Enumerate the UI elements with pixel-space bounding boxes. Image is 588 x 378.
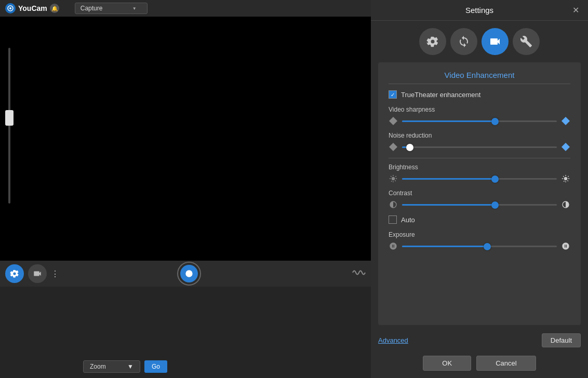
contrast-thumb[interactable] <box>491 201 499 209</box>
left-slider[interactable] <box>4 48 15 245</box>
tab-camera[interactable] <box>419 28 446 55</box>
settings-close-button[interactable]: ✕ <box>569 4 582 17</box>
contrast-min-icon <box>389 200 398 209</box>
svg-point-1 <box>9 7 11 9</box>
brightness-max-icon <box>561 174 570 183</box>
ok-button[interactable]: OK <box>423 356 471 371</box>
svg-marker-6 <box>562 143 570 151</box>
contrast-track[interactable] <box>402 204 557 206</box>
check-icon: ✓ <box>391 92 395 98</box>
video-sharpness-row <box>389 116 570 126</box>
capture-label: Capture <box>81 5 103 12</box>
settings-content: Video Enhancement ✓ TrueTheater enhancem… <box>378 62 581 325</box>
sharpness-min-icon <box>389 116 398 126</box>
video-sharpness-label: Video sharpness <box>389 106 570 113</box>
exposure-section: Exposure <box>389 231 570 251</box>
vertical-slider-thumb[interactable] <box>5 110 14 126</box>
contrast-fill <box>402 204 495 206</box>
app-logo: YouCam 🔔 <box>5 3 59 14</box>
auto-label: Auto <box>401 216 415 224</box>
advanced-button[interactable]: Advanced <box>378 336 408 344</box>
settings-ok-cancel: OK Cancel <box>371 350 588 378</box>
cancel-button[interactable]: Cancel <box>476 356 536 371</box>
brightness-fill <box>402 178 495 180</box>
zoom-label: Zoom <box>90 363 106 370</box>
noise-reduction-label: Noise reduction <box>389 132 570 139</box>
svg-marker-5 <box>389 143 397 151</box>
settings-actions: Advanced Default <box>371 330 588 350</box>
video-sharpness-fill <box>402 120 495 122</box>
sharpness-max-icon <box>561 116 570 126</box>
brightness-min-icon <box>389 174 398 183</box>
video-button[interactable] <box>28 264 47 283</box>
tab-recording[interactable] <box>482 28 509 55</box>
auto-checkbox[interactable] <box>389 215 397 224</box>
more-options-button[interactable]: ⋮ <box>51 269 59 279</box>
brightness-row <box>389 174 570 183</box>
bottom-toolbar: ⋮ <box>0 261 371 287</box>
camera-view <box>0 17 371 261</box>
settings-title: Settings <box>465 6 493 15</box>
app-window: YouCam 🔔 Capture ▼ ⋮ <box>0 0 588 378</box>
noise-reduction-track[interactable] <box>402 146 557 148</box>
shutter-inner <box>180 265 198 282</box>
noise-min-icon <box>389 142 398 152</box>
brightness-section: Brightness <box>389 164 570 183</box>
zoom-bar: Zoom ▼ Go <box>83 360 167 373</box>
app-name: YouCam <box>18 4 47 12</box>
exposure-thumb[interactable] <box>484 243 491 250</box>
video-sharpness-track[interactable] <box>402 120 557 122</box>
contrast-max-icon <box>561 200 570 209</box>
settings-titlebar: Settings ✕ <box>371 0 588 21</box>
svg-marker-3 <box>389 117 397 125</box>
wave-icon <box>350 265 366 283</box>
tab-video[interactable] <box>450 28 477 55</box>
contrast-label: Contrast <box>389 190 570 197</box>
contrast-row <box>389 200 570 209</box>
exposure-label: Exposure <box>389 231 570 238</box>
bottom-panel: Zoom ▼ Go <box>0 287 371 378</box>
auto-row: Auto <box>389 215 570 224</box>
svg-marker-4 <box>562 117 570 125</box>
brightness-label: Brightness <box>389 164 570 171</box>
shutter-button[interactable] <box>177 262 201 286</box>
trutheater-label: TrueTheater enhancement <box>401 91 480 99</box>
exposure-min-icon <box>389 241 398 251</box>
exposure-track[interactable] <box>402 246 557 247</box>
noise-reduction-row <box>389 142 570 152</box>
settings-dialog: Settings ✕ <box>371 0 588 378</box>
divider <box>389 158 570 158</box>
brightness-thumb[interactable] <box>491 176 499 183</box>
trutheater-checkbox[interactable]: ✓ <box>389 90 397 99</box>
exposure-row <box>389 241 570 251</box>
camera-button[interactable] <box>5 264 24 283</box>
video-sharpness-thumb[interactable] <box>491 118 499 125</box>
logo-icon <box>5 3 16 14</box>
zoom-dropdown[interactable]: Zoom ▼ <box>83 360 140 373</box>
vertical-slider-track <box>8 48 10 204</box>
exposure-max-icon <box>561 241 570 251</box>
noise-reduction-section: Noise reduction <box>389 132 570 152</box>
noise-reduction-thumb[interactable] <box>406 144 413 151</box>
noise-max-icon <box>561 142 570 152</box>
svg-point-2 <box>185 270 192 277</box>
bell-icon[interactable]: 🔔 <box>50 4 59 13</box>
video-sharpness-section: Video sharpness <box>389 106 570 126</box>
zoom-arrow-icon: ▼ <box>127 363 133 370</box>
exposure-fill <box>402 246 487 247</box>
section-title: Video Enhancement <box>389 71 570 84</box>
brightness-track[interactable] <box>402 178 557 180</box>
settings-tabs <box>371 21 588 62</box>
tab-tools[interactable] <box>513 28 540 55</box>
dropdown-arrow-icon: ▼ <box>132 6 137 11</box>
trutheater-row: ✓ TrueTheater enhancement <box>389 90 570 99</box>
go-button[interactable]: Go <box>144 360 167 373</box>
default-button[interactable]: Default <box>542 333 581 347</box>
capture-dropdown[interactable]: Capture ▼ <box>75 3 148 14</box>
contrast-section: Contrast <box>389 190 570 209</box>
